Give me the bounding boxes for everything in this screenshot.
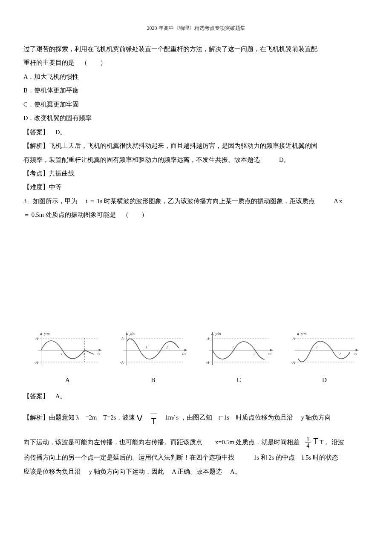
svg-text:1: 1 <box>61 352 63 356</box>
svg-text:1: 1 <box>316 345 318 349</box>
frac-den: 4 <box>305 443 311 449</box>
svg-text:-A: -A <box>206 360 210 365</box>
document-body: 过了艰苦的探索，利用在飞机机翼前缘处装置一个配重杆的方法，解决了这一问题，在飞机… <box>23 43 369 478</box>
answer-q3: 【答案】 A。 <box>23 390 369 403</box>
period-T: T <box>150 417 158 426</box>
explain-q3-line2: 向下运动，该波是可能向左传播，也可能向右传播。而距该质点 x=0.5m 处质点，… <box>23 432 369 450</box>
answer-q2: 【答案】 D。 <box>23 126 369 138</box>
option-diagrams: y/m A -A 1 2 t/s A y/m A -A 1 <box>23 329 369 387</box>
explain-q3-line3: 的传播方向上的另一个点一定是延后的。运用代入法判断！在四个选项中找 1s 和 2… <box>23 451 369 464</box>
svg-text:1: 1 <box>232 345 234 349</box>
period-T-2: T <box>313 437 318 446</box>
wave-d-svg: y/m A -A 1 2 t/s <box>284 329 365 369</box>
svg-marker-17 <box>126 332 128 335</box>
exp2-pre: 【解析】由题意知 λ =2m T=2s，波速 <box>23 414 135 421</box>
q3-stem-line2: ＝ 0.5m 处质点的振动图象可能是 （ ） <box>23 208 369 221</box>
option-a: A．加大飞机的惯性 <box>23 70 369 83</box>
diagram-b: y/m A -A 1 2 t/s B <box>112 329 194 387</box>
diagram-b-label: B <box>112 374 194 387</box>
wave-c-svg: y/m A -A 1 2 t/s <box>198 329 280 369</box>
q2-stem-line1: 过了艰苦的探索，利用在飞机机翼前缘处装置一个配重杆的方法，解决了这一问题，在飞机… <box>23 43 369 55</box>
option-d: D．改变机翼的固有频率 <box>23 112 369 124</box>
svg-marker-15 <box>184 349 187 351</box>
diagram-d-label: D <box>284 374 365 387</box>
explain-q3-line1: 【解析】由题意知 λ =2m T=2s，波速 V — T 1m/ s ，由图乙知… <box>23 409 369 427</box>
exp2-l2b: T 。沿波 <box>320 439 344 446</box>
svg-text:-A: -A <box>35 360 38 365</box>
option-b: B．使机体更加平衡 <box>23 84 369 97</box>
svg-text:t/s: t/s <box>354 352 357 356</box>
svg-text:1: 1 <box>146 345 148 349</box>
svg-text:y/m: y/m <box>301 331 307 336</box>
explain-q2-line1: 【解析】飞机上天后，飞机的机翼很快就抖动起来，而且越抖越厉害，是因为驱动力的频率… <box>23 139 369 152</box>
svg-marker-41 <box>297 332 300 335</box>
diagram-d: y/m A -A 1 2 t/s D <box>284 329 365 387</box>
figure-placeholder <box>23 222 369 325</box>
explain-q2-line2: 有频率，装置配重杆让机翼的固有频率和驱动力的频率远离，不发生共振。故本题选 D。 <box>23 153 369 166</box>
svg-text:t/s: t/s <box>97 352 101 356</box>
svg-text:2: 2 <box>166 345 168 349</box>
q2-stem-line2: 重杆的主要目的是 （ ） <box>23 56 369 69</box>
svg-text:2: 2 <box>83 352 85 356</box>
exp2-post: 1m/ s ，由图乙知 t=1s 时质点位移为负且沿 y 轴负方向 <box>165 414 331 421</box>
svg-marker-27 <box>270 349 273 351</box>
svg-text:2: 2 <box>339 352 341 356</box>
explain-q3-line4: 应该是位移为负且沿 y 轴负方向向下运动，因此 A 正确。故本题选 A。 <box>23 465 369 478</box>
svg-text:A: A <box>35 336 38 341</box>
velocity-v: V <box>137 414 142 423</box>
dash: — <box>150 411 158 417</box>
topic-q2: 【考点】共振曲线 <box>23 167 369 180</box>
frac-num: 1 <box>305 437 311 443</box>
option-c: C．使机翼更加牢固 <box>23 98 369 111</box>
diagram-c-label: C <box>198 374 280 387</box>
svg-text:y/m: y/m <box>215 331 221 336</box>
svg-line-7 <box>85 350 94 354</box>
frac-dash-over-T: — T <box>150 411 158 426</box>
svg-text:y/m: y/m <box>130 331 135 336</box>
svg-text:-A: -A <box>120 360 124 365</box>
wave-a-svg: y/m A -A 1 2 t/s <box>27 329 108 369</box>
svg-text:2: 2 <box>254 352 256 356</box>
svg-text:A: A <box>207 336 210 341</box>
page-header: 2020 年高中《物理》精选考点专项突破题集 <box>0 23 392 34</box>
svg-marker-1 <box>99 349 102 351</box>
wave-b-svg: y/m A -A 1 2 t/s <box>112 329 194 369</box>
svg-text:y/m: y/m <box>44 331 50 336</box>
diagram-c: y/m A -A 1 2 t/s C <box>198 329 280 387</box>
svg-text:-A: -A <box>291 360 295 365</box>
q3-stem-line1: 3、如图所示，甲为 t ＝ 1s 时某横波的波形图象，乙为该波传播方向上某一质点… <box>23 195 369 207</box>
svg-text:t/s: t/s <box>268 352 272 356</box>
exp2-l2a: 向下运动，该波是可能向左传播，也可能向右传播。而距该质点 x=0.5m 处质点，… <box>23 439 300 446</box>
svg-text:A: A <box>292 336 295 341</box>
svg-text:t/s: t/s <box>182 352 186 356</box>
diagram-a: y/m A -A 1 2 t/s A <box>27 329 108 387</box>
svg-marker-29 <box>211 332 214 335</box>
svg-marker-3 <box>40 332 43 335</box>
frac-one-fourth: 1 4 <box>305 437 311 449</box>
difficulty-q2: 【难度】中等 <box>23 181 369 193</box>
diagram-a-label: A <box>27 374 108 387</box>
svg-text:A: A <box>121 336 124 341</box>
svg-marker-39 <box>356 349 359 351</box>
